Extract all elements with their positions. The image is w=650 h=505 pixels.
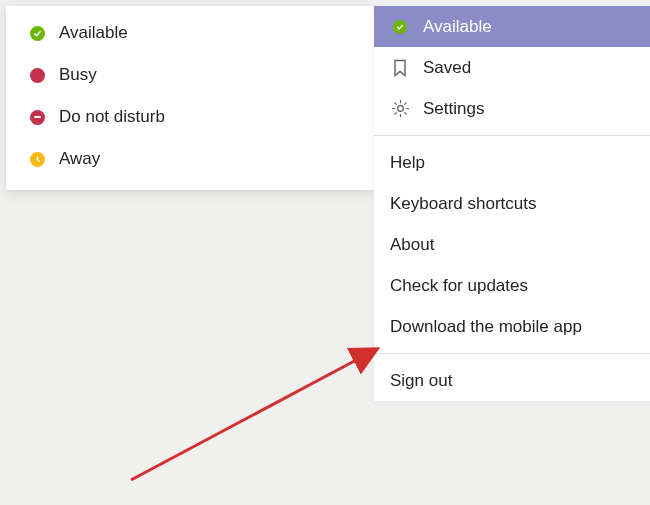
- menu-download-mobile-app[interactable]: Download the mobile app: [374, 306, 650, 347]
- status-option-away[interactable]: Away: [6, 138, 374, 180]
- menu-item-label: Saved: [423, 58, 471, 78]
- profile-menu: Available Saved Settings Help Keyboard s…: [374, 6, 650, 401]
- menu-keyboard-shortcuts[interactable]: Keyboard shortcuts: [374, 183, 650, 224]
- menu-item-label: Sign out: [390, 371, 452, 391]
- menu-check-for-updates[interactable]: Check for updates: [374, 265, 650, 306]
- menu-item-label: Keyboard shortcuts: [390, 194, 536, 214]
- menu-item-label: Available: [423, 17, 492, 37]
- status-option-dnd[interactable]: Do not disturb: [6, 96, 374, 138]
- svg-point-0: [397, 106, 403, 112]
- status-option-label: Do not disturb: [59, 107, 165, 127]
- status-option-label: Busy: [59, 65, 97, 85]
- available-status-icon: [390, 17, 410, 37]
- menu-item-label: Download the mobile app: [390, 317, 582, 337]
- status-option-busy[interactable]: Busy: [6, 54, 374, 96]
- annotation-arrow-icon: [125, 330, 405, 490]
- divider: [374, 353, 650, 354]
- menu-item-label: About: [390, 235, 434, 255]
- status-flyout: Available Busy Do not disturb Away: [6, 6, 374, 190]
- menu-help[interactable]: Help: [374, 142, 650, 183]
- busy-status-icon: [30, 68, 45, 83]
- away-status-icon: [30, 152, 45, 167]
- menu-item-label: Check for updates: [390, 276, 528, 296]
- menu-status-available[interactable]: Available: [374, 6, 650, 47]
- available-status-icon: [30, 26, 45, 41]
- status-option-label: Available: [59, 23, 128, 43]
- dnd-status-icon: [30, 110, 45, 125]
- status-option-available[interactable]: Available: [6, 12, 374, 54]
- svg-line-1: [131, 350, 375, 480]
- menu-about[interactable]: About: [374, 224, 650, 265]
- divider: [374, 135, 650, 136]
- status-option-label: Away: [59, 149, 100, 169]
- menu-item-label: Help: [390, 153, 425, 173]
- menu-saved[interactable]: Saved: [374, 47, 650, 88]
- menu-settings[interactable]: Settings: [374, 88, 650, 129]
- bookmark-icon: [390, 58, 410, 78]
- menu-sign-out[interactable]: Sign out: [374, 360, 650, 401]
- menu-item-label: Settings: [423, 99, 484, 119]
- gear-icon: [390, 99, 410, 119]
